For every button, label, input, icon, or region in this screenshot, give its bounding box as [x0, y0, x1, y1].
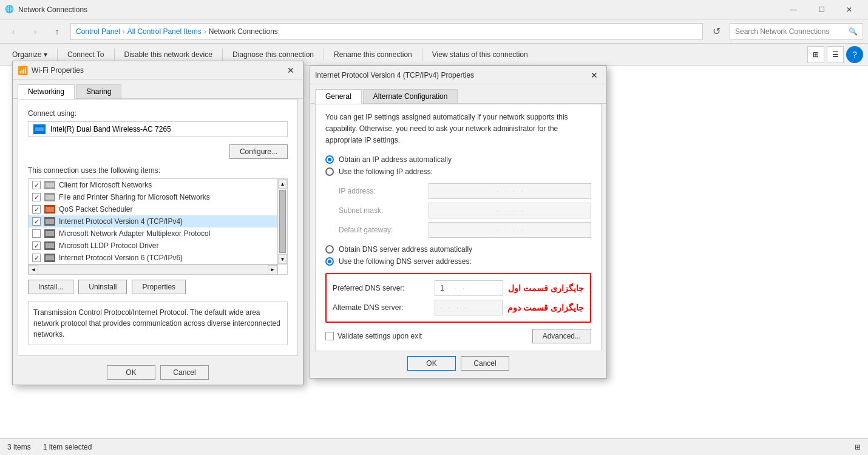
checkbox-fileprint[interactable]: ✓ — [32, 193, 41, 201]
properties-button[interactable]: Properties — [132, 280, 186, 294]
item-count: 3 items — [7, 443, 31, 451]
list-item[interactable]: ✓ Client for Microsoft Networks — [29, 179, 277, 191]
list-item[interactable]: ✓ Internet Protocol Version 6 (TCP/IPv6) — [29, 252, 277, 264]
checkbox-client[interactable]: ✓ — [32, 181, 41, 189]
h-scroll-right[interactable]: ► — [268, 265, 277, 275]
wifi-dialog-titlebar: 📶 Wi-Fi Properties ✕ — [13, 61, 303, 79]
wifi-dialog-content: Connect using: Intel(R) Dual Band Wirele… — [18, 99, 298, 356]
breadcrumb-current: Network Connections — [209, 27, 278, 36]
adapter-box: Intel(R) Dual Band Wireless-AC 7265 — [28, 121, 288, 137]
up-button[interactable]: ↑ — [49, 23, 66, 40]
breadcrumb-control-panel[interactable]: Control Panel — [76, 27, 120, 36]
search-box: 🔍 — [730, 23, 863, 40]
obtain-auto-radio[interactable] — [325, 155, 334, 164]
h-scroll-track — [38, 265, 268, 274]
list-scrollbar[interactable]: ▲ ▼ — [277, 179, 287, 264]
tab-networking[interactable]: Networking — [18, 84, 75, 99]
view-list-btn[interactable]: ☰ — [827, 46, 844, 63]
tcp-desc-text: You can get IP settings assigned automat… — [325, 112, 591, 147]
tab-alternate-config[interactable]: Alternate Configuration — [363, 89, 458, 103]
subnet-mask-row: Subnet mask: · · · · — [339, 203, 591, 218]
view-toggle-btn[interactable]: ⊞ — [807, 46, 824, 63]
use-following-ip-radio[interactable] — [325, 167, 334, 176]
tcp-dialog-content: You can get IP settings assigned automat… — [315, 104, 602, 351]
search-input[interactable] — [735, 27, 846, 36]
subnet-mask-label: Subnet mask: — [339, 206, 424, 215]
advanced-button[interactable]: Advanced... — [532, 329, 591, 343]
qos-icon — [44, 205, 55, 214]
svg-rect-9 — [46, 219, 54, 224]
connect-using-label: Connect using: — [28, 109, 288, 118]
alternate-dns-row: Alternate DNS server: · · · · جایگزاری ق… — [333, 300, 584, 315]
rename-button[interactable]: Rename this connection — [327, 45, 419, 64]
validate-checkbox[interactable] — [325, 332, 334, 340]
h-scroll-left[interactable]: ◄ — [29, 265, 38, 275]
wifi-dialog-close[interactable]: ✕ — [283, 63, 298, 78]
toolbar-separator — [57, 49, 58, 61]
checkbox-ipv6[interactable]: ✓ — [32, 254, 41, 262]
list-item[interactable]: ✓ QoS Packet Scheduler — [29, 203, 277, 215]
list-item[interactable]: ✓ Internet Protocol Version 4 (TCP/IPv4) — [29, 215, 277, 228]
tcp-cancel-button[interactable]: Cancel — [461, 356, 509, 371]
h-scrollbar-row: ◄ ► — [28, 265, 288, 275]
view-icon: ⊞ — [855, 443, 861, 451]
checkbox-qos[interactable]: ✓ — [32, 205, 41, 214]
forward-button[interactable]: › — [27, 23, 44, 40]
toolbar-right: ⊞ ☰ ? — [807, 46, 863, 63]
items-list-container: ✓ Client for Microsoft Networks ✓ File a… — [28, 178, 288, 265]
view-status-button[interactable]: View status of this connection — [425, 45, 535, 64]
close-button[interactable]: ✕ — [835, 0, 863, 19]
use-following-dns-label: Use the following DNS server addresses: — [339, 257, 472, 266]
wifi-ok-button[interactable]: OK — [107, 365, 155, 380]
dns-highlight-box: Preferred DNS server: 1 · · · جایگزاری ق… — [325, 273, 591, 323]
default-gateway-row: Default gateway: · · · · — [339, 222, 591, 238]
checkbox-multiplexor[interactable] — [32, 229, 41, 238]
configure-button[interactable]: Configure... — [229, 144, 288, 159]
tcp-ipv4-dialog: Internet Protocol Version 4 (TCP/IPv4) P… — [310, 66, 607, 379]
obtain-auto-row[interactable]: Obtain an IP address automatically — [325, 155, 591, 164]
obtain-dns-auto-row[interactable]: Obtain DNS server address automatically — [325, 245, 591, 254]
tab-sharing[interactable]: Sharing — [76, 84, 121, 98]
breadcrumb-all-items[interactable]: All Control Panel Items — [127, 27, 202, 36]
scroll-thumb[interactable] — [279, 190, 286, 253]
uninstall-button[interactable]: Uninstall — [78, 280, 127, 294]
use-following-dns-row[interactable]: Use the following DNS server addresses: — [325, 257, 591, 266]
window-controls: — ☐ ✕ — [779, 0, 863, 19]
install-button[interactable]: Install... — [28, 280, 73, 294]
wifi-dialog-tabs: Networking Sharing — [13, 79, 303, 99]
checkbox-ipv4[interactable]: ✓ — [32, 217, 41, 226]
adapter-icon — [33, 124, 46, 134]
ip-address-row: IP address: · · · · — [339, 183, 591, 199]
list-item[interactable]: ✓ File and Printer Sharing for Microsoft… — [29, 191, 277, 203]
use-following-ip-row[interactable]: Use the following IP address: — [325, 167, 591, 176]
wifi-cancel-button[interactable]: Cancel — [160, 365, 209, 380]
validate-advanced-row: Validate settings upon exit Advanced... — [325, 329, 591, 343]
back-button[interactable]: ‹ — [5, 23, 22, 40]
minimize-button[interactable]: — — [779, 0, 807, 19]
maximize-button[interactable]: ☐ — [807, 0, 835, 19]
use-following-dns-radio[interactable] — [325, 257, 334, 266]
help-button[interactable]: ? — [846, 46, 863, 63]
search-icon: 🔍 — [849, 27, 858, 36]
list-item[interactable]: ✓ Microsoft LLDP Protocol Driver — [29, 240, 277, 252]
alternate-dns-label: Alternate DNS server: — [333, 303, 430, 312]
wifi-ok-cancel: OK Cancel — [13, 360, 303, 385]
dns-radio-group: Obtain DNS server address automatically … — [325, 245, 591, 266]
tcp-dialog-tabs: General Alternate Configuration — [310, 84, 606, 104]
tab-general[interactable]: General — [315, 89, 362, 104]
multiplexor-icon — [44, 229, 55, 238]
list-item[interactable]: Microsoft Network Adapter Multiplexor Pr… — [29, 228, 277, 240]
ip-radio-group: Obtain an IP address automatically Use t… — [325, 155, 591, 176]
app-icon: 🌐 — [5, 5, 15, 15]
scroll-up-arrow[interactable]: ▲ — [278, 179, 287, 189]
alternate-dns-input[interactable]: · · · · — [435, 300, 503, 315]
scroll-down-arrow[interactable]: ▼ — [278, 254, 287, 264]
checkbox-lldp[interactable]: ✓ — [32, 241, 41, 250]
preferred-dns-input[interactable]: 1 · · · — [435, 280, 503, 296]
tcp-ok-button[interactable]: OK — [407, 356, 456, 371]
svg-rect-7 — [46, 207, 54, 212]
refresh-button[interactable]: ↺ — [708, 23, 725, 40]
title-bar: 🌐 Network Connections — ☐ ✕ — [0, 0, 868, 19]
obtain-dns-auto-radio[interactable] — [325, 245, 334, 254]
tcp-dialog-close[interactable]: ✕ — [587, 68, 602, 83]
